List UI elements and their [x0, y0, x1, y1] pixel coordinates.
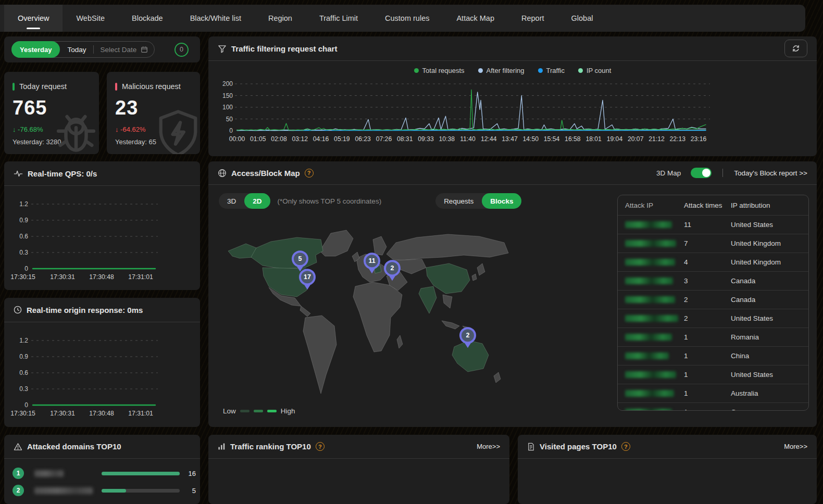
today-request-card: Today request 765 ↓ -76.68% Yesterday: 3… [4, 72, 99, 154]
svg-text:150: 150 [222, 92, 233, 99]
svg-text:18:01: 18:01 [585, 135, 602, 143]
attack-ip-row: 1Germany [618, 402, 808, 411]
attack-ip-row: 1China [618, 346, 808, 365]
svg-text:14:50: 14:50 [523, 135, 539, 143]
ip-attribution-value: United States [731, 371, 808, 379]
bug-icon [49, 106, 99, 154]
select-date-button[interactable]: Select Date [94, 46, 154, 54]
malicious-request-card: Malicious request 23 ↓ -64.62% Yesterday… [107, 72, 200, 154]
attack-ip-row: 11United States [618, 215, 808, 234]
map-pin-2[interactable]: 2 [384, 260, 401, 276]
svg-text:0.3: 0.3 [19, 385, 28, 393]
legend-dot [478, 68, 483, 73]
requests-button[interactable]: Requests [435, 193, 482, 209]
map-help-icon[interactable]: ? [305, 169, 314, 178]
svg-text:07:26: 07:26 [376, 135, 392, 143]
nav-tab-traffic-limit[interactable]: Traffic Limit [306, 5, 371, 32]
svg-text:13:47: 13:47 [502, 135, 518, 143]
map-3d-toggle[interactable] [691, 168, 712, 178]
legend-item-traffic[interactable]: Traffic [538, 67, 565, 74]
svg-text:0: 0 [24, 265, 28, 272]
chart-legend: Total requestsAfter filteringTrafficIP c… [208, 67, 817, 74]
visited-pages-panel: Visited pages TOP10 ? More>> [518, 435, 817, 504]
svg-text:11:40: 11:40 [460, 135, 476, 143]
attack-times-value: 1 [684, 352, 731, 360]
traffic-ranking-title: Traffic ranking TOP10 [230, 442, 311, 451]
attacked-domains-title: Attacked domains TOP10 [27, 442, 121, 451]
svg-text:16:58: 16:58 [565, 135, 581, 143]
divider [722, 169, 723, 177]
legend-item-total-requests[interactable]: Total requests [414, 67, 465, 74]
notification-count-badge: 0 [174, 43, 189, 57]
yesterday-button[interactable]: Yesterday [11, 41, 60, 58]
visited-pages-more-link[interactable]: More>> [784, 443, 807, 450]
ip-attribution-value: United States [731, 221, 808, 229]
pulse-icon [14, 169, 23, 178]
map-pin-2[interactable]: 2 [459, 327, 476, 344]
today-request-title: Today request [19, 82, 67, 91]
nav-tab-attack-map[interactable]: Attack Map [443, 5, 508, 32]
qps-line-chart: 00.30.60.91.217:30:1517:30:3117:30:4817:… [9, 192, 195, 285]
map-3d-button[interactable]: 3D [219, 193, 244, 209]
map-2d-button[interactable]: 2D [244, 193, 270, 209]
legend-item-ip-count[interactable]: IP count [578, 67, 611, 74]
traffic-chart-title: Traffic filtering request chart [231, 44, 337, 53]
legend-label: IP count [587, 67, 611, 74]
origin-response-panel: Real-time origin response: 0ms 00.30.60.… [4, 298, 200, 427]
attack-times-value: 1 [684, 333, 731, 341]
nav-tab-black-white-list[interactable]: Black/White list [177, 5, 255, 32]
svg-text:09:33: 09:33 [418, 135, 434, 143]
access-block-map-panel: Access/Block Map ? 3D Map Today's Block … [208, 161, 817, 427]
ip-attribution-value: Germany [731, 408, 808, 411]
nav-tab-region[interactable]: Region [255, 5, 306, 32]
nav-tab-overview[interactable]: Overview [4, 5, 63, 32]
attack-ip-table-header: Attack IP Attack times IP attribution [618, 195, 808, 215]
nav-tab-report[interactable]: Report [508, 5, 558, 32]
select-date-placeholder: Select Date [100, 46, 136, 54]
map-pin-5[interactable]: 5 [292, 250, 308, 267]
svg-text:50: 50 [226, 116, 233, 123]
svg-text:04:16: 04:16 [313, 135, 329, 143]
ip-attribution-value: Canada [731, 296, 808, 304]
domain-attack-count: 16 [183, 470, 196, 477]
svg-text:12:44: 12:44 [481, 135, 497, 143]
refresh-icon [792, 44, 800, 53]
svg-text:17:30:48: 17:30:48 [89, 273, 114, 281]
blocks-button[interactable]: Blocks [482, 193, 521, 209]
filter-funnel-icon [218, 44, 227, 53]
map-pin-17[interactable]: 17 [299, 269, 316, 285]
traffic-chart-panel: Traffic filtering request chart Total re… [208, 36, 817, 156]
origin-line-chart: 00.30.60.91.217:30:1517:30:3117:30:4817:… [9, 328, 195, 422]
nav-tab-global[interactable]: Global [558, 5, 607, 32]
legend-dot [578, 68, 583, 73]
svg-text:00:00: 00:00 [229, 135, 245, 143]
domain-bar-fill [102, 489, 126, 493]
map-pin-11[interactable]: 11 [364, 253, 380, 269]
block-report-link[interactable]: Today's Block report >> [734, 169, 807, 177]
traffic-ranking-help-icon[interactable]: ? [316, 442, 325, 451]
svg-text:17:30:15: 17:30:15 [10, 273, 35, 281]
today-button[interactable]: Today [60, 46, 93, 54]
legend-label: Traffic [546, 67, 565, 74]
ip-attribution-value: United States [731, 314, 808, 322]
redacted-attack-ip [625, 259, 675, 266]
qps-panel: Real-time QPS: 0/s 00.30.60.91.217:30:15… [4, 161, 200, 290]
svg-text:20:07: 20:07 [628, 135, 644, 143]
date-range-control: Yesterday Today Select Date [11, 41, 155, 58]
map-dimension-switch: 3D 2D [219, 193, 270, 209]
svg-text:0: 0 [229, 127, 233, 134]
attack-ip-row: 7United Kingdom [618, 234, 808, 253]
legend-label: Total requests [422, 67, 465, 74]
date-filter-panel: Yesterday Today Select Date 0 [4, 36, 200, 62]
refresh-button[interactable] [784, 40, 807, 57]
nav-tab-custom-rules[interactable]: Custom rules [371, 5, 443, 32]
nav-tab-blockade[interactable]: Blockade [118, 5, 177, 32]
svg-text:01:05: 01:05 [250, 135, 266, 143]
nav-tab-website[interactable]: WebSite [63, 5, 118, 32]
svg-text:100: 100 [222, 104, 233, 111]
legend-item-after-filtering[interactable]: After filtering [478, 67, 525, 74]
redacted-attack-ip [625, 315, 678, 322]
attack-ip-row: 1Australia [618, 384, 808, 402]
visited-pages-help-icon[interactable]: ? [621, 442, 630, 451]
traffic-ranking-more-link[interactable]: More>> [477, 443, 500, 450]
